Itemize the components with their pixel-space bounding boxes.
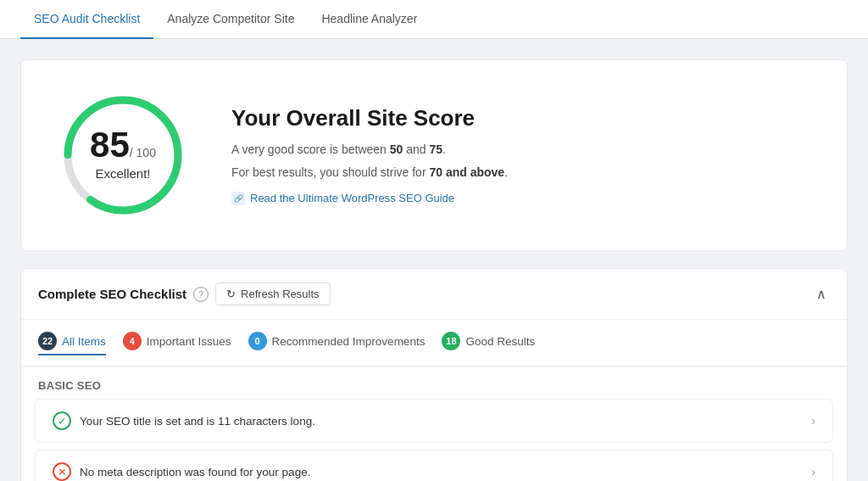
gauge-outof: / 100 <box>130 146 156 159</box>
gauge-container: 85/ 100 Excellent! <box>55 87 191 223</box>
score-card: 85/ 100 Excellent! Your Overall Site Sco… <box>20 59 848 251</box>
checklist-header-left: Complete SEO Checklist ? ↻ Refresh Resul… <box>38 282 331 305</box>
score-desc2: For best results, you should strive for … <box>231 163 508 182</box>
all-items-label: All Items <box>62 335 106 348</box>
item-text-meta-desc: No meta description was found for your p… <box>80 466 310 478</box>
important-badge: 4 <box>123 332 142 350</box>
collapse-button[interactable]: ∧ <box>813 282 830 305</box>
good-label: Good Results <box>465 335 535 348</box>
filter-tab-recommended[interactable]: 0 Recommended Improvements <box>248 332 426 355</box>
tab-headline[interactable]: Headline Analyzer <box>308 0 431 39</box>
filter-tab-important[interactable]: 4 Important Issues <box>123 332 231 355</box>
filter-tab-all[interactable]: 22 All Items <box>38 332 106 355</box>
score-desc1: A very good score is between 50 and 75. <box>231 140 508 159</box>
item-text-seo-title: Your SEO title is set and is 11 characte… <box>80 415 315 428</box>
section-title: Basic SEO <box>21 367 847 399</box>
gauge-label: Excellent! <box>90 166 156 181</box>
filter-tab-good[interactable]: 18 Good Results <box>442 332 535 355</box>
gauge-score: 85 <box>90 125 130 165</box>
checklist-card: Complete SEO Checklist ? ↻ Refresh Resul… <box>20 268 848 481</box>
tabs-bar: SEO Audit Checklist Analyze Competitor S… <box>0 0 868 39</box>
score-info: Your Overall Site Score A very good scor… <box>231 105 508 205</box>
error-icon-meta-desc: ✕ <box>53 462 71 481</box>
filter-tabs: 22 All Items 4 Important Issues 0 Recomm… <box>21 320 847 367</box>
good-badge: 18 <box>442 332 460 350</box>
checklist-title: Complete SEO Checklist <box>38 287 186 301</box>
score-guide-link[interactable]: 🔗 Read the Ultimate WordPress SEO Guide <box>231 192 454 205</box>
all-items-badge: 22 <box>38 332 57 350</box>
refresh-icon: ↻ <box>226 288 236 300</box>
tab-seo-audit[interactable]: SEO Audit Checklist <box>20 0 153 39</box>
score-link-text: Read the Ultimate WordPress SEO Guide <box>250 192 454 204</box>
tab-competitor[interactable]: Analyze Competitor Site <box>153 0 308 39</box>
chevron-right-meta-desc: › <box>811 465 815 478</box>
refresh-button[interactable]: ↻ Refresh Results <box>215 282 330 305</box>
success-icon-seo-title: ✓ <box>53 411 71 430</box>
main-container: SEO Audit Checklist Analyze Competitor S… <box>0 0 868 481</box>
item-left-meta-desc: ✕ No meta description was found for your… <box>53 462 310 481</box>
score-title: Your Overall Site Score <box>231 105 508 131</box>
recommended-badge: 0 <box>248 332 267 350</box>
checklist-item-seo-title[interactable]: ✓ Your SEO title is set and is 11 charac… <box>35 399 833 443</box>
item-left-seo-title: ✓ Your SEO title is set and is 11 charac… <box>53 411 315 430</box>
help-icon[interactable]: ? <box>193 287 209 302</box>
refresh-label: Refresh Results <box>241 288 319 300</box>
checklist-item-meta-desc[interactable]: ✕ No meta description was found for your… <box>35 450 833 481</box>
recommended-label: Recommended Improvements <box>272 335 426 348</box>
gauge-text: 85/ 100 Excellent! <box>90 127 156 181</box>
chevron-right-seo-title: › <box>811 414 815 428</box>
checklist-header: Complete SEO Checklist ? ↻ Refresh Resul… <box>21 269 847 320</box>
important-label: Important Issues <box>147 335 231 348</box>
link-icon: 🔗 <box>231 192 245 205</box>
